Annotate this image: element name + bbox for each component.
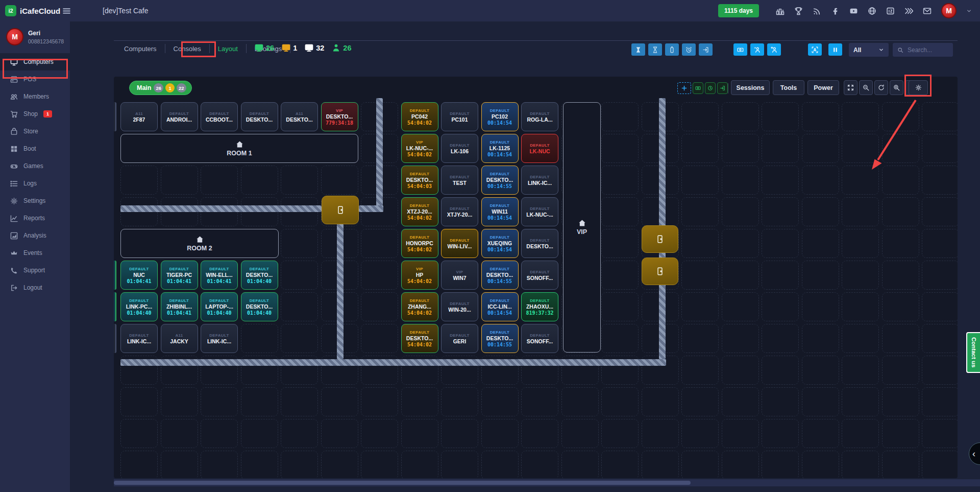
computer-tile[interactable]: DEFAULT WIN-LIV... [441, 229, 478, 258]
chevron-down-icon[interactable] [966, 8, 972, 14]
battery-button[interactable] [665, 43, 679, 56]
computer-tile[interactable]: DEFAULT PC042 54:04:02 [401, 102, 438, 131]
computer-tile[interactable]: DEFAULT DESKTO... [521, 229, 558, 258]
door-tile[interactable] [322, 196, 359, 224]
computer-tile[interactable]: DEFAULT DESKTO... 54:04:03 [401, 166, 438, 195]
user-star-button[interactable] [750, 43, 764, 56]
zoom-out-button[interactable] [859, 80, 873, 95]
scan-button[interactable] [808, 43, 822, 56]
computer-tile[interactable]: DEFAULT LINK-IC... [201, 324, 238, 353]
cash-green-button[interactable] [693, 82, 703, 94]
computer-tile[interactable]: DEFAULT PC102 00:14:54 [481, 102, 519, 131]
computer-tile[interactable]: DEFAULT LK-1125 00:14:54 [481, 134, 519, 163]
gear-button[interactable] [909, 80, 928, 95]
tab-layout[interactable]: Layout [210, 45, 246, 53]
sidebar-item-settings[interactable]: Settings [0, 192, 70, 209]
computer-tile[interactable]: A11 DESKTO... [281, 102, 318, 131]
door-tile[interactable] [642, 257, 678, 285]
add-map-object-button[interactable] [677, 82, 691, 94]
sidebar-item-computers[interactable]: Computers [0, 53, 70, 71]
rss-icon[interactable] [813, 7, 821, 15]
computer-tile[interactable]: DEFAULT ANDROI... [161, 102, 198, 131]
door-tile[interactable] [642, 225, 678, 253]
trophy-icon[interactable] [794, 7, 803, 15]
computer-tile[interactable]: DEFAULT LINK-IC... [521, 166, 558, 195]
computer-tile[interactable]: DEFAULT GERI [441, 324, 478, 353]
computer-tile[interactable]: DEFAULT TIGER-PC 01:04:41 [161, 261, 198, 290]
tab-consoles[interactable]: Consoles [165, 45, 209, 53]
horizontal-scrollbar-thumb[interactable] [114, 481, 691, 485]
tab-computers[interactable]: Computers [116, 45, 165, 53]
computer-tile[interactable]: DEFAULT ZHAOXU... 819:37:32 [521, 292, 558, 321]
computer-tile[interactable]: DEFAULT NUC 01:04:41 [120, 261, 158, 290]
signout-button[interactable] [699, 43, 713, 56]
room-group-main-pill[interactable]: Main 26122 [129, 81, 192, 95]
facebook-icon[interactable] [831, 7, 840, 15]
computer-tile[interactable]: DEFAULT PC101 [441, 102, 478, 131]
computer-tile[interactable]: DEFAULT ZHANG... 54:04:02 [401, 292, 438, 321]
computer-tile[interactable]: DEFAULT DESKTO... 01:04:40 [241, 292, 278, 321]
cash-button[interactable] [733, 43, 747, 56]
computer-tile[interactable]: DEFAULT ROG-LA... [521, 102, 558, 131]
computer-tile[interactable]: VIP DESKTO... 779:34:18 [321, 102, 358, 131]
computer-tile[interactable]: DEFAULT LK-NUC [521, 134, 558, 163]
sidebar-item-games[interactable]: Games [0, 157, 70, 175]
refresh-button[interactable] [874, 80, 888, 95]
computer-tile[interactable]: DEFAULT WIN-20... [441, 292, 478, 321]
computer-tile[interactable]: DEFAULT LINK-PC... 01:04:40 [120, 292, 158, 321]
expand-button[interactable] [844, 80, 857, 95]
computer-tile[interactable]: VIP LK-NUC-... 54:04:02 [401, 134, 438, 163]
contact-us-tab[interactable]: Contact us [966, 332, 980, 373]
computer-tile[interactable]: A11 2F87 [120, 102, 158, 131]
computer-tile[interactable]: DEFAULT LAPTOP-... 01:04:40 [201, 292, 238, 321]
user-plus-button[interactable] [767, 43, 781, 56]
computer-tile[interactable]: DEFAULT WIN11 00:14:54 [481, 197, 519, 226]
search-input[interactable] [908, 46, 948, 54]
pause-button[interactable] [828, 43, 842, 56]
computer-tile[interactable]: DEFAULT SONOFF... [521, 261, 558, 290]
computer-tile[interactable]: DEFAULT XUEQING 00:14:54 [481, 229, 519, 258]
computer-tile[interactable]: DEFAULT XTJY-20... [441, 197, 478, 226]
zoom-in-button[interactable] [890, 80, 903, 95]
computer-tile[interactable]: VIP WIN7 [441, 261, 478, 290]
sidebar-item-shop[interactable]: Shop 1 [0, 105, 70, 123]
clock-green-button[interactable] [705, 82, 716, 94]
sidebar-item-logout[interactable]: Logout [0, 279, 70, 296]
sessions-button[interactable]: Sessions [731, 80, 770, 95]
computer-tile[interactable]: DEFAULT DESKTO... [241, 102, 278, 131]
hourglass-button[interactable] [648, 43, 662, 56]
computer-tile[interactable]: DEFAULT ZHIBINL... 01:04:41 [161, 292, 198, 321]
ranking-icon[interactable] [776, 7, 785, 15]
computer-tile[interactable]: DEFAULT XTZJ-20... 54:04:02 [401, 197, 438, 226]
sidebar-item-store[interactable]: Store [0, 123, 70, 140]
sidebar-item-pos[interactable]: POS [0, 71, 70, 88]
computer-tile[interactable]: DEFAULT HONORPC 54:04:02 [401, 229, 438, 258]
user-card[interactable]: M Geri 008812345678 [0, 21, 70, 53]
sidebar-item-boot[interactable]: Boot [0, 140, 70, 157]
exit-green-button[interactable] [717, 82, 728, 94]
youtube-icon[interactable] [849, 7, 858, 15]
apps-icon[interactable] [904, 7, 913, 15]
room-room2[interactable]: ROOM 2 [120, 229, 279, 258]
sidebar-item-support[interactable]: Support [0, 262, 70, 279]
computer-tile[interactable]: DEFAULT DESKTO... 54:04:02 [401, 324, 438, 353]
sidebar-item-logs[interactable]: Logs [0, 175, 70, 192]
icafe-icon[interactable] [886, 7, 895, 15]
computer-tile[interactable]: DEFAULT TEST [441, 166, 478, 195]
computer-tile[interactable]: DEFAULT ICC-LIN... 00:14:54 [481, 292, 519, 321]
collapse-chevron-button[interactable]: ‹ [969, 442, 980, 465]
sidebar-item-analysis[interactable]: Analysis [0, 227, 70, 244]
computer-tile[interactable]: DEFAULT DESKTO... 00:14:55 [481, 166, 519, 195]
power-button[interactable]: Power [807, 80, 839, 95]
computer-tile[interactable]: DEFAULT LK-NUC-... [521, 197, 558, 226]
computer-tile[interactable]: DEFAULT LK-106 [441, 134, 478, 163]
computer-tile[interactable]: DEFAULT DESKTO... 00:14:55 [481, 261, 519, 290]
computer-tile[interactable]: VIP HP 54:04:02 [401, 261, 438, 290]
sidebar-item-reports[interactable]: Reports [0, 209, 70, 227]
room-vip[interactable]: VIP [563, 102, 601, 353]
sidebar-item-events[interactable]: Events [0, 244, 70, 262]
hamburger-menu-icon[interactable] [62, 7, 71, 15]
computer-tile[interactable]: DEFAULT DESKTO... 01:04:40 [241, 261, 278, 290]
computer-filter-select[interactable]: All [849, 43, 889, 57]
tools-button[interactable]: Tools [773, 80, 804, 95]
